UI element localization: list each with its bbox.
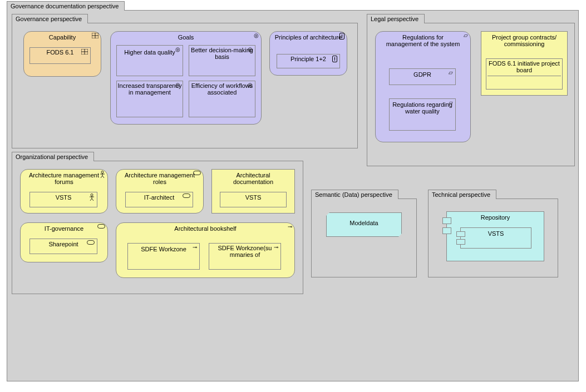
interface-icon: ⊸: [274, 245, 278, 250]
governance-tab: Governance perspective: [12, 14, 88, 23]
root-title: Governance documentation perspective: [11, 3, 119, 9]
interface-icon: ⊸: [193, 245, 197, 250]
legal-title: Legal perspective: [371, 16, 418, 22]
goal-icon: ◎: [248, 82, 253, 88]
root-group: Governance perspective Capability FODS 6…: [7, 10, 579, 381]
capability-icon: [81, 49, 88, 54]
forums-child-label: VSTS: [56, 194, 72, 201]
svg-line-10: [102, 176, 104, 178]
itgov-child-label: Sharepoint: [48, 241, 78, 247]
bookshelf-block: ⊸ Architectural bookshelf ⊸SDFE Workzone…: [116, 222, 295, 278]
svg-line-9: [101, 176, 102, 178]
bookshelf1-label: SDFE Workzone: [141, 246, 186, 252]
role-icon: [193, 171, 201, 175]
regulations-block: ▱ Regulations for management of the syst…: [375, 31, 471, 142]
modeldata-label: Modeldata: [349, 220, 378, 226]
svg-rect-18: [98, 225, 105, 229]
roles-child-label: IT-architect: [144, 194, 174, 201]
role-icon: [87, 240, 95, 245]
goal-icon: ◎: [248, 47, 253, 52]
principles-label: Principles of architecture: [273, 34, 343, 41]
goal-4-label: Efficiency of workflows associated: [191, 82, 253, 96]
regulation-gdpr-label: GDPR: [413, 71, 431, 78]
goal-2-label: Better decision-making basis: [191, 47, 253, 60]
bookshelf-label: Architectural bookshelf: [120, 225, 291, 232]
docs-label: Architectural documentation: [215, 172, 291, 185]
docs-block: Architectural documentation VSTS: [211, 169, 295, 214]
goal-icon: ◎: [254, 33, 259, 38]
contract-icon: ▱: [464, 33, 468, 38]
component-notch-icon: [442, 217, 451, 224]
component-notch-icon: [456, 231, 465, 237]
goal-icon: ◎: [175, 47, 180, 52]
principle-icon: !: [332, 56, 337, 62]
root-tab: Governance documentation perspective: [7, 1, 125, 11]
goal-1-label: Higher data quality: [124, 49, 175, 56]
semantic-tab: Semantic (Data) perspective: [311, 190, 398, 199]
org-group: Architecture management forums VSTS Arch…: [12, 161, 303, 294]
svg-point-11: [91, 194, 93, 196]
goal-1: ◎Higher data quality: [116, 45, 183, 76]
capability-child: FODS 6.1: [29, 47, 91, 64]
role-icon: [97, 224, 105, 229]
forums-label: Architecture management forums: [24, 172, 104, 185]
svg-point-6: [101, 171, 104, 173]
org-title: Organizational perspective: [16, 153, 88, 160]
role-icon: [183, 193, 190, 198]
roles-label: Architecture management roles: [120, 172, 200, 185]
governance-title: Governance perspective: [16, 16, 82, 22]
principle-child-label: Principle 1+2: [290, 56, 326, 62]
repository-label: Repository: [450, 214, 540, 221]
repository-child-label: VSTS: [488, 230, 504, 237]
repository-child: VSTS: [460, 227, 531, 249]
contracts-child: FODS 6.1 initiative project board: [486, 58, 563, 90]
semantic-group: Modeldata: [311, 199, 417, 277]
actor-icon: [100, 171, 105, 178]
itgov-child: Sharepoint: [29, 239, 97, 254]
svg-line-15: [92, 199, 93, 201]
bookshelf-item-1: ⊸SDFE Workzone: [127, 243, 200, 270]
svg-line-14: [90, 199, 92, 201]
technical-tab: Technical perspective: [428, 190, 496, 199]
svg-rect-16: [194, 171, 201, 175]
goal-2: ◎Better decision-making basis: [189, 45, 255, 76]
goal-icon: ◎: [175, 82, 180, 88]
capability-child-label: FODS 6.1: [47, 49, 74, 56]
regulations-label: Regulations for management of the system: [379, 34, 467, 47]
svg-rect-17: [183, 194, 190, 198]
repository-block: Repository VSTS: [446, 211, 544, 261]
principles-block: ! Principles of architecture ! Principle…: [269, 31, 347, 76]
interface-icon: ⊸: [288, 224, 292, 230]
contract-icon: ▱: [449, 70, 453, 76]
svg-rect-19: [87, 241, 95, 245]
bookshelf2-label: SDFE Workzone(su mmaries of: [218, 245, 272, 258]
governance-group: Capability FODS 6.1 ◎ Goals ◎Higher data…: [12, 23, 358, 148]
goal-3-label: Increased transparency in management: [118, 82, 182, 96]
contracts-label: Project group contracts/ commissioning: [485, 34, 564, 47]
regulation-gdpr: ▱GDPR: [389, 68, 456, 85]
capability-icon: [92, 33, 99, 38]
itgov-label: IT-governance: [24, 225, 104, 232]
regulation-water: ▱Regulations regarding water quality: [389, 98, 456, 131]
bookshelf-item-2: ⊸SDFE Workzone(su mmaries of: [209, 243, 281, 270]
component-notch-icon: [456, 239, 465, 245]
contracts-child-label: FODS 6.1 initiative project board: [487, 60, 561, 76]
component-notch-icon: [442, 227, 451, 234]
forums-block: Architecture management forums VSTS: [20, 169, 108, 214]
goal-3: ◎Increased transparency in management: [116, 81, 183, 117]
goals-block: ◎ Goals ◎Higher data quality ◎Better dec…: [110, 31, 262, 125]
technical-group: Repository VSTS: [428, 199, 558, 277]
itgov-block: IT-governance Sharepoint: [20, 222, 108, 262]
semantic-title: Semantic (Data) perspective: [315, 191, 392, 198]
contract-icon: ▱: [449, 100, 453, 106]
modeldata-block: Modeldata: [326, 212, 402, 237]
actor-icon: [89, 193, 95, 201]
principle-child: ! Principle 1+2: [277, 54, 340, 68]
roles-block: Architecture management roles IT-archite…: [116, 169, 204, 214]
capability-label: Capability: [27, 34, 97, 41]
principle-icon: !: [339, 33, 344, 39]
regulation-water-label: Regulations regarding water quality: [392, 101, 452, 115]
forums-child: VSTS: [29, 192, 97, 207]
goals-label: Goals: [114, 34, 258, 41]
contracts-block: Project group contracts/ commissioning F…: [481, 31, 568, 96]
